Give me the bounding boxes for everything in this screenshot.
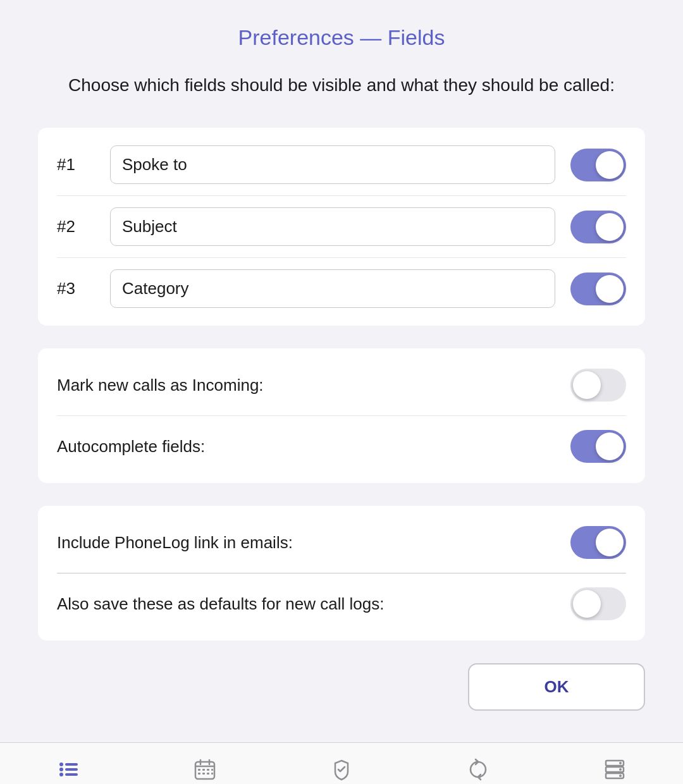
ok-button-container: OK bbox=[38, 663, 645, 711]
page-title: Preferences — Fields bbox=[38, 25, 645, 50]
field-input-3[interactable] bbox=[110, 269, 555, 308]
option-row-incoming: Mark new calls as Incoming: bbox=[57, 355, 626, 416]
phonelog-toggle[interactable] bbox=[570, 526, 626, 559]
tab-calendar[interactable]: Calendar bbox=[137, 743, 273, 784]
toggle-knob-autocomplete bbox=[596, 432, 624, 460]
field-row-1: #1 bbox=[57, 134, 626, 196]
toggle-knob-defaults bbox=[573, 590, 601, 618]
field-number-2: #2 bbox=[57, 217, 95, 236]
tab-bar: Fields Calendar bbox=[0, 742, 683, 784]
svg-rect-17 bbox=[211, 773, 213, 775]
svg-point-0 bbox=[59, 763, 63, 766]
statuses-icon bbox=[330, 758, 353, 781]
toggle-knob-3 bbox=[596, 275, 624, 303]
fields-section: #1 #2 #3 bbox=[38, 128, 645, 326]
tab-fields[interactable]: Fields bbox=[0, 743, 137, 784]
svg-rect-13 bbox=[211, 769, 213, 771]
svg-rect-11 bbox=[202, 769, 205, 771]
toggle-knob-incoming bbox=[573, 371, 601, 399]
defaults-row: Also save these as defaults for new call… bbox=[57, 573, 626, 634]
calendar-icon bbox=[194, 758, 216, 781]
svg-rect-14 bbox=[198, 773, 200, 775]
field-input-2[interactable] bbox=[110, 207, 555, 246]
phonelog-section: Include PhoneLog link in emails: Also sa… bbox=[38, 506, 645, 640]
svg-rect-15 bbox=[202, 773, 205, 775]
toggle-knob-2 bbox=[596, 213, 624, 241]
field-toggle-2[interactable] bbox=[570, 211, 626, 243]
svg-point-2 bbox=[59, 773, 63, 776]
option-label-incoming: Mark new calls as Incoming: bbox=[57, 376, 264, 395]
main-content: Preferences — Fields Choose which fields… bbox=[0, 0, 683, 742]
toggle-knob-1 bbox=[596, 151, 624, 179]
svg-point-22 bbox=[619, 768, 622, 771]
phonelog-row: Include PhoneLog link in emails: bbox=[57, 512, 626, 573]
subtitle: Choose which fields should be visible an… bbox=[38, 73, 645, 97]
field-input-1[interactable] bbox=[110, 145, 555, 184]
tab-statuses[interactable]: Statuses bbox=[273, 743, 410, 784]
svg-rect-12 bbox=[207, 769, 209, 771]
field-toggle-1[interactable] bbox=[570, 149, 626, 181]
field-toggle-3[interactable] bbox=[570, 273, 626, 305]
option-toggle-incoming[interactable] bbox=[570, 369, 626, 401]
syncing-icon bbox=[467, 758, 489, 781]
svg-rect-3 bbox=[65, 763, 78, 766]
fields-icon bbox=[57, 758, 80, 781]
svg-point-21 bbox=[619, 762, 622, 764]
defaults-toggle[interactable] bbox=[570, 587, 626, 620]
option-label-autocomplete: Autocomplete fields: bbox=[57, 437, 205, 456]
tab-syncing[interactable]: Syncing bbox=[410, 743, 546, 784]
option-row-autocomplete: Autocomplete fields: bbox=[57, 416, 626, 477]
phonelog-label: Include PhoneLog link in emails: bbox=[57, 533, 293, 553]
tab-backups[interactable]: Backups bbox=[546, 743, 683, 784]
svg-point-23 bbox=[619, 775, 622, 777]
svg-rect-16 bbox=[207, 773, 209, 775]
field-number-3: #3 bbox=[57, 279, 95, 298]
field-row-3: #3 bbox=[57, 258, 626, 319]
toggle-knob-phonelog bbox=[596, 529, 624, 556]
svg-rect-4 bbox=[65, 768, 78, 771]
defaults-label: Also save these as defaults for new call… bbox=[57, 594, 384, 614]
backups-icon bbox=[603, 758, 626, 781]
option-toggle-autocomplete[interactable] bbox=[570, 430, 626, 463]
svg-rect-10 bbox=[198, 769, 200, 771]
options-section: Mark new calls as Incoming: Autocomplete… bbox=[38, 348, 645, 483]
ok-button[interactable]: OK bbox=[468, 663, 645, 711]
svg-rect-5 bbox=[65, 773, 78, 776]
svg-point-1 bbox=[59, 768, 63, 771]
field-row-2: #2 bbox=[57, 196, 626, 258]
field-number-1: #1 bbox=[57, 155, 95, 175]
